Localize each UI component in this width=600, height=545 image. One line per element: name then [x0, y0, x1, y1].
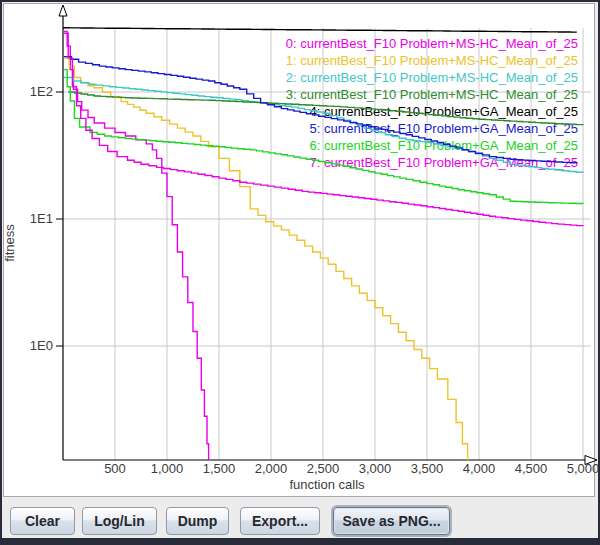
legend-entry-1: 1: currentBest_F10 Problem+MS-HC_Mean_of… [286, 53, 578, 69]
legend-entry-0: 0: currentBest_F10 Problem+MS-HC_Mean_of… [286, 36, 578, 52]
window-border-bottom [0, 538, 600, 545]
legend-entry-6: 6: currentBest_F10 Problem+GA_Mean_of_25 [310, 138, 578, 154]
window-border-top [0, 0, 600, 2]
toolbar: Clear Log/Lin Dump Export... Save as PNG… [2, 503, 598, 538]
legend-entry-3: 3: currentBest_F10 Problem+MS-HC_Mean_of… [286, 87, 578, 103]
chart-legend: 0: currentBest_F10 Problem+MS-HC_Mean_of… [0, 0, 600, 500]
save-as-png-button[interactable]: Save as PNG... [333, 507, 450, 535]
export-button[interactable]: Export... [240, 507, 320, 535]
legend-entry-2: 2: currentBest_F10 Problem+MS-HC_Mean_of… [286, 70, 578, 86]
legend-entry-7: 7: currentBest_F10 Problem+GA_Mean_of_25 [310, 155, 578, 171]
legend-entry-4: 4: currentBest_F10 Problem+GA_Mean_of_25 [310, 104, 578, 120]
log-lin-button[interactable]: Log/Lin [82, 507, 157, 535]
plot-window: 1E21E11E05001,0001,5002,0002,5003,0003,5… [0, 0, 600, 545]
dump-button[interactable]: Dump [166, 507, 229, 535]
window-border-left [0, 0, 2, 545]
clear-button[interactable]: Clear [10, 507, 75, 535]
legend-entry-5: 5: currentBest_F10 Problem+GA_Mean_of_25 [310, 121, 578, 137]
